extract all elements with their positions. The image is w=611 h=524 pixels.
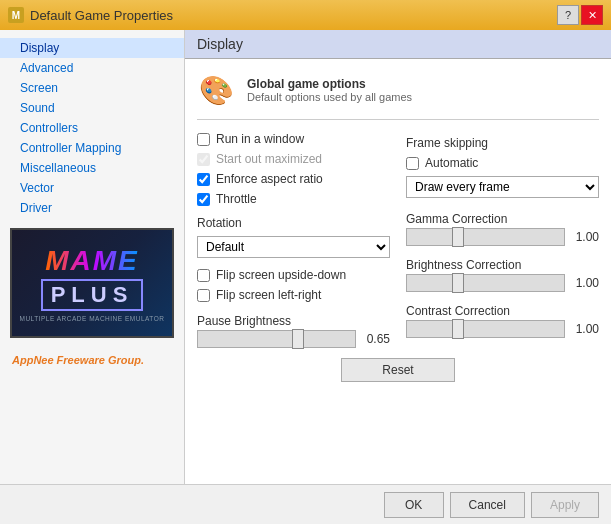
frame-skipping-label: Frame skipping	[406, 136, 599, 150]
automatic-row: Automatic	[406, 156, 599, 170]
gamma-slider-row: 1.00	[406, 228, 599, 246]
contrast-slider[interactable]	[406, 320, 565, 338]
sidebar-item-vector[interactable]: Vector	[0, 178, 184, 198]
flip-leftright-label: Flip screen left-right	[216, 288, 321, 302]
start-maximized-checkbox[interactable]	[197, 153, 210, 166]
rotation-label: Rotation	[197, 216, 390, 230]
pause-brightness-slider[interactable]	[197, 330, 356, 348]
flip-updown-label: Flip screen upside-down	[216, 268, 346, 282]
title-bar-left: M Default Game Properties	[8, 7, 173, 23]
contrast-value: 1.00	[571, 322, 599, 336]
throttle-label: Throttle	[216, 192, 257, 206]
automatic-checkbox[interactable]	[406, 157, 419, 170]
contrast-section: Contrast Correction 1.00	[406, 304, 599, 338]
enforce-aspect-label: Enforce aspect ratio	[216, 172, 323, 186]
main-area: DisplayAdvancedScreenSoundControllersCon…	[0, 30, 611, 484]
right-column: Frame skipping Automatic Draw every fram…	[406, 132, 599, 348]
enforce-aspect-row: Enforce aspect ratio	[197, 172, 390, 186]
draw-select-row: Draw every frameSkip 1 of 2 framesSkip 2…	[406, 176, 599, 198]
logo-plus: PLUS	[41, 279, 144, 311]
gamma-value: 1.00	[571, 230, 599, 244]
run-in-window-checkbox[interactable]	[197, 133, 210, 146]
panel-title: Display	[185, 30, 611, 59]
left-column: Run in a window Start out maximized Enfo…	[197, 132, 390, 348]
run-in-window-row: Run in a window	[197, 132, 390, 146]
title-bar: M Default Game Properties ? ✕	[0, 0, 611, 30]
reset-button[interactable]: Reset	[341, 358, 454, 382]
throttle-checkbox[interactable]	[197, 193, 210, 206]
run-in-window-label: Run in a window	[216, 132, 304, 146]
brightness-label: Brightness Correction	[406, 258, 599, 272]
throttle-row: Throttle	[197, 192, 390, 206]
flip-updown-checkbox[interactable]	[197, 269, 210, 282]
start-maximized-label: Start out maximized	[216, 152, 322, 166]
flip-leftright-row: Flip screen left-right	[197, 288, 390, 302]
draw-select[interactable]: Draw every frameSkip 1 of 2 framesSkip 2…	[406, 176, 599, 198]
reset-row: Reset	[197, 358, 599, 382]
title-bar-controls: ? ✕	[557, 5, 603, 25]
pause-brightness-section: Pause Brightness 0.65	[197, 314, 390, 348]
brightness-section: Brightness Correction 1.00	[406, 258, 599, 292]
sidebar-item-controller-mapping[interactable]: Controller Mapping	[0, 138, 184, 158]
sidebar-item-controllers[interactable]: Controllers	[0, 118, 184, 138]
global-title: Global game options	[247, 77, 412, 91]
content-area: 🎨 Global game options Default options us…	[185, 59, 611, 484]
sidebar-item-display[interactable]: Display	[0, 38, 184, 58]
sidebar-footer: AppNee Freeware Group.	[0, 348, 184, 372]
sidebar-item-sound[interactable]: Sound	[0, 98, 184, 118]
ok-button[interactable]: OK	[384, 492, 444, 518]
window-title: Default Game Properties	[30, 8, 173, 23]
enforce-aspect-checkbox[interactable]	[197, 173, 210, 186]
rotation-select-row: Default0°90°180°270°	[197, 236, 390, 258]
sidebar-item-screen[interactable]: Screen	[0, 78, 184, 98]
brightness-value: 1.00	[571, 276, 599, 290]
sidebar-logo: MAME PLUS Multiple Arcade Machine Emulat…	[10, 228, 174, 338]
logo-subtitle: Multiple Arcade Machine Emulator	[20, 315, 165, 322]
gamma-slider[interactable]	[406, 228, 565, 246]
sidebar-item-driver[interactable]: Driver	[0, 198, 184, 218]
flip-leftright-checkbox[interactable]	[197, 289, 210, 302]
logo-mame: MAME	[45, 245, 139, 277]
sidebar: DisplayAdvancedScreenSoundControllersCon…	[0, 30, 185, 484]
cancel-button[interactable]: Cancel	[450, 492, 525, 518]
pause-brightness-slider-row: 0.65	[197, 330, 390, 348]
rotation-select[interactable]: Default0°90°180°270°	[197, 236, 390, 258]
close-button[interactable]: ✕	[581, 5, 603, 25]
app-icon: M	[8, 7, 24, 23]
contrast-label: Contrast Correction	[406, 304, 599, 318]
options-grid: Run in a window Start out maximized Enfo…	[197, 132, 599, 348]
automatic-label: Automatic	[425, 156, 478, 170]
flip-updown-row: Flip screen upside-down	[197, 268, 390, 282]
global-header: 🎨 Global game options Default options us…	[197, 71, 599, 120]
pause-brightness-value: 0.65	[362, 332, 390, 346]
contrast-slider-row: 1.00	[406, 320, 599, 338]
right-panel: Display 🎨 Global game options Default op…	[185, 30, 611, 484]
apply-button[interactable]: Apply	[531, 492, 599, 518]
bottom-bar: OK Cancel Apply	[0, 484, 611, 524]
global-icon: 🎨	[197, 71, 235, 109]
gamma-label: Gamma Correction	[406, 212, 599, 226]
brightness-slider-row: 1.00	[406, 274, 599, 292]
start-maximized-row: Start out maximized	[197, 152, 390, 166]
brightness-slider[interactable]	[406, 274, 565, 292]
sidebar-item-miscellaneous[interactable]: Miscellaneous	[0, 158, 184, 178]
pause-brightness-label: Pause Brightness	[197, 314, 390, 328]
global-text: Global game options Default options used…	[247, 77, 412, 103]
global-subtitle: Default options used by all games	[247, 91, 412, 103]
help-button[interactable]: ?	[557, 5, 579, 25]
gamma-section: Gamma Correction 1.00	[406, 212, 599, 246]
sidebar-item-advanced[interactable]: Advanced	[0, 58, 184, 78]
